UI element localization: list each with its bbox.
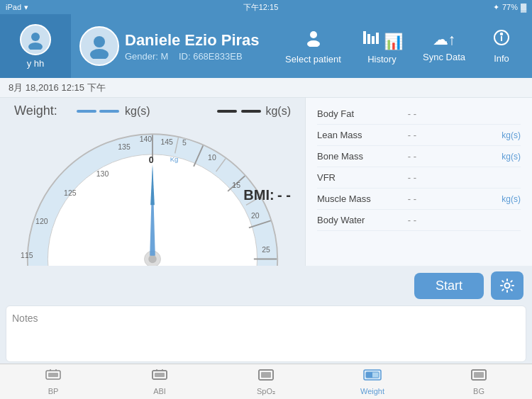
metric-body-fat: Body Fat - - [317, 103, 521, 125]
patient-details-block: Daniele Ezio Piras Gender: M ID: 668E833… [125, 31, 260, 62]
patient-meta: Gender: M ID: 668E833EB [125, 51, 260, 62]
svg-rect-6 [363, 31, 366, 44]
svg-text:25: 25 [262, 246, 270, 254]
battery-level: 77% [502, 3, 518, 11]
gender-label: Gender: [125, 51, 158, 62]
info-btn[interactable]: Info [477, 25, 526, 68]
metric-body-water: Body Water - - [317, 210, 521, 231]
spo2-icon [257, 368, 275, 386]
tab-spo2[interactable]: SpO₂ [213, 365, 319, 399]
history-btn[interactable]: 📊 History [353, 24, 411, 69]
ipad-label: iPad [6, 3, 21, 11]
gender-value: M [161, 51, 169, 62]
metric-bone-mass: Bone Mass - - kg(s) [317, 146, 521, 167]
status-right: ✦ 77% ▓ [493, 3, 526, 12]
header: y hh Daniele Ezio Piras Gender: M ID: 66… [0, 14, 532, 78]
select-patient-icon [304, 28, 323, 51]
weight-label: Weight: [14, 103, 71, 118]
bluetooth-icon: ✦ [493, 3, 499, 12]
metric-bone-mass-name: Bone Mass [317, 151, 388, 162]
metric-body-water-name: Body Water [317, 215, 388, 225]
metric-lean-mass-value: - - [388, 130, 416, 140]
svg-point-2 [94, 36, 105, 47]
notes-label: Notes [12, 313, 38, 324]
svg-text:10: 10 [208, 154, 216, 162]
date-bar: 8月 18,2016 12:15 下午 [0, 78, 532, 98]
metric-bone-mass-unit: kg(s) [416, 152, 521, 162]
notes-area[interactable]: Notes [6, 305, 526, 362]
tab-weight[interactable]: Weight [319, 365, 426, 398]
svg-rect-9 [376, 33, 379, 44]
start-button[interactable]: Start [414, 273, 484, 299]
metric-vfr-name: VFR [317, 172, 388, 183]
info-label: Info [494, 53, 509, 64]
info-icon [493, 29, 510, 50]
history-label: History [367, 54, 396, 64]
svg-rect-61 [261, 372, 271, 378]
bg-icon [470, 368, 487, 386]
bp-label: BP [48, 387, 59, 395]
metric-vfr: VFR - - [317, 167, 521, 189]
weight-unit-left: kg(s) [125, 105, 150, 118]
metric-lean-mass-name: Lean Mass [317, 130, 388, 140]
tab-abi[interactable]: ABI [106, 365, 213, 398]
history-icon: 📊 [361, 28, 403, 51]
metric-body-fat-name: Body Fat [317, 108, 388, 119]
svg-text:140: 140 [140, 135, 153, 143]
tab-bg[interactable]: BG [426, 365, 532, 398]
dash-1 [77, 110, 96, 113]
abi-icon [151, 368, 168, 386]
action-row: Start [0, 266, 532, 305]
sidebar-user[interactable]: y hh [0, 14, 71, 78]
svg-text:0: 0 [149, 155, 154, 165]
bmi-display: BMI: - - [243, 187, 291, 203]
metric-muscle-mass: Muscle Mass - - kg(s) [317, 189, 521, 210]
bottom-section: Start Notes [0, 266, 532, 368]
svg-point-5 [307, 40, 320, 47]
sidebar-avatar [20, 24, 51, 55]
sync-data-btn[interactable]: ☁↑ Sync Data [414, 26, 474, 67]
svg-point-50 [505, 283, 510, 288]
svg-text:Kg: Kg [170, 155, 179, 163]
weight-tab-label: Weight [360, 387, 384, 395]
dash-dark-2 [241, 110, 261, 113]
svg-text:145: 145 [160, 138, 173, 146]
svg-point-47 [148, 255, 156, 263]
svg-point-1 [28, 43, 43, 50]
metric-body-water-value: - - [388, 215, 416, 225]
metric-lean-mass-unit: kg(s) [416, 130, 521, 140]
svg-point-3 [90, 49, 109, 59]
bp-icon [45, 368, 62, 386]
svg-rect-8 [372, 36, 375, 44]
tab-bp[interactable]: BP [0, 365, 106, 398]
settings-button[interactable] [491, 271, 523, 300]
svg-text:15: 15 [232, 181, 240, 189]
tab-bar: BP ABI SpO₂ [0, 364, 532, 399]
abi-label: ABI [153, 387, 166, 395]
status-left: iPad ▾ [6, 3, 28, 12]
id-label: ID: [179, 51, 191, 62]
status-bar: iPad ▾ 下午12:15 ✦ 77% ▓ [0, 0, 532, 14]
svg-text:120: 120 [35, 218, 48, 225]
sync-data-label: Sync Data [423, 52, 465, 62]
time-display: 下午12:15 [243, 2, 279, 13]
left-content: Weight: kg(s) kg(s) [0, 98, 305, 266]
bg-label: BG [473, 387, 484, 395]
svg-text:5: 5 [182, 139, 187, 147]
metric-lean-mass: Lean Mass - - kg(s) [317, 125, 521, 146]
svg-point-4 [310, 31, 317, 38]
sidebar-username: y hh [27, 58, 45, 69]
svg-text:20: 20 [251, 212, 260, 220]
dash-2 [99, 110, 119, 113]
metric-bone-mass-value: - - [388, 151, 416, 162]
select-patient-btn[interactable]: Select patient [277, 24, 350, 69]
wifi-icon: ▾ [24, 3, 28, 12]
weight-row: Weight: kg(s) kg(s) [0, 103, 305, 118]
svg-rect-52 [48, 373, 58, 377]
svg-rect-67 [474, 372, 484, 378]
spo2-label: SpO₂ [257, 387, 275, 396]
header-actions: Select patient 📊 History ☁↑ Sync Data [277, 24, 532, 69]
metric-muscle-mass-name: Muscle Mass [317, 193, 388, 204]
metric-muscle-mass-unit: kg(s) [416, 194, 521, 204]
weight-value-right: kg(s) [217, 105, 291, 118]
